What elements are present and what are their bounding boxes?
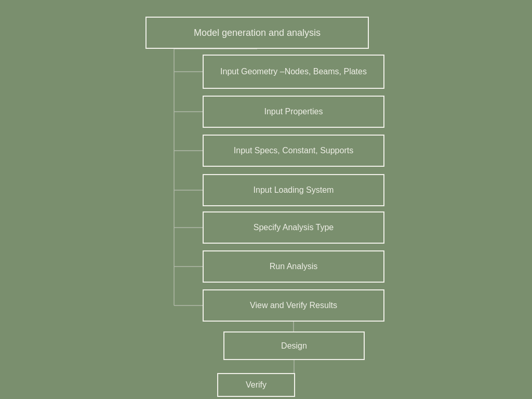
root-label: Model generation and analysis [194, 28, 321, 38]
verify-label: Verify [246, 380, 267, 390]
root-box[interactable]: Model generation and analysis [145, 17, 369, 49]
loading-label: Input Loading System [254, 185, 334, 195]
properties-label: Input Properties [264, 107, 323, 116]
design-box[interactable]: Design [223, 331, 365, 360]
design-label: Design [281, 341, 307, 351]
diagram-container: Model generation and analysis Input Geom… [0, 0, 532, 399]
loading-box[interactable]: Input Loading System [203, 174, 384, 206]
geometry-box[interactable]: Input Geometry –Nodes, Beams, Plates [203, 55, 384, 89]
run-analysis-box[interactable]: Run Analysis [203, 250, 384, 283]
properties-box[interactable]: Input Properties [203, 96, 384, 128]
verify-results-box[interactable]: View and Verify Results [203, 289, 384, 322]
verify-results-label: View and Verify Results [250, 301, 337, 310]
specs-label: Input Specs, Constant, Supports [234, 146, 353, 155]
analysis-type-box[interactable]: Specify Analysis Type [203, 211, 384, 244]
geometry-label: Input Geometry –Nodes, Beams, Plates [220, 67, 367, 76]
analysis-type-label: Specify Analysis Type [254, 223, 334, 232]
run-analysis-label: Run Analysis [270, 262, 318, 271]
specs-box[interactable]: Input Specs, Constant, Supports [203, 135, 384, 167]
verify-box[interactable]: Verify [217, 373, 295, 397]
